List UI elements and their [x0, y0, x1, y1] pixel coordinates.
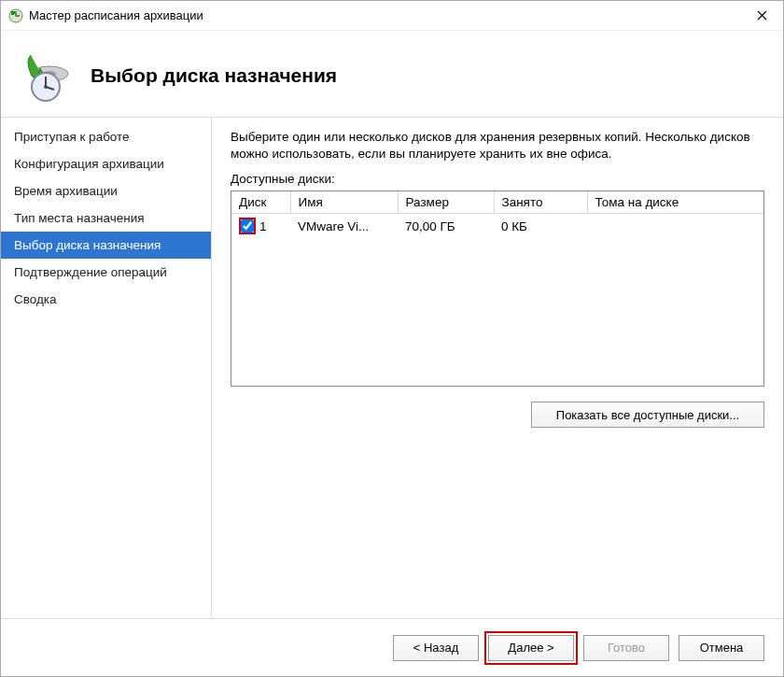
header: Выбор диска назначения: [1, 31, 783, 117]
cancel-button[interactable]: Отмена: [679, 635, 764, 661]
col-disk[interactable]: Диск: [231, 191, 290, 214]
disk-number: 1: [259, 219, 267, 233]
show-all-disks-button[interactable]: Показать все доступные диски...: [531, 402, 764, 428]
col-used[interactable]: Занято: [494, 191, 587, 214]
app-icon: [8, 8, 23, 23]
disk-used: 0 КБ: [494, 214, 587, 239]
available-disks-label: Доступные диски:: [231, 172, 764, 186]
sidebar: Приступая к работе Конфигурация архиваци…: [1, 118, 212, 618]
disk-volumes: [587, 214, 763, 239]
wizard-icon: [18, 48, 77, 104]
page-title: Выбор диска назначения: [91, 64, 337, 87]
col-name[interactable]: Имя: [290, 191, 398, 214]
sidebar-item-summary[interactable]: Сводка: [1, 286, 211, 313]
sidebar-item-confirmation[interactable]: Подтверждение операций: [1, 259, 211, 286]
disk-name: VMware Vi...: [290, 214, 398, 239]
table-row[interactable]: 1 VMware Vi... 70,00 ГБ 0 КБ: [231, 214, 763, 239]
wizard-window: Мастер расписания архивации Выбор диска …: [0, 0, 784, 677]
next-button[interactable]: Далее >: [488, 635, 574, 661]
disk-checkbox[interactable]: [241, 219, 254, 233]
sidebar-item-backup-config[interactable]: Конфигурация архивации: [1, 150, 211, 177]
main-panel: Выберите один или несколько дисков для х…: [212, 118, 783, 618]
disks-table: Диск Имя Размер Занято Тома на диске: [231, 190, 764, 387]
footer: < Назад Далее > Готово Отмена: [1, 618, 783, 676]
table-header-row: Диск Имя Размер Занято Тома на диске: [231, 191, 763, 214]
disk-checkbox-highlight: [239, 218, 256, 234]
sidebar-item-getting-started[interactable]: Приступая к работе: [1, 123, 211, 150]
col-volumes[interactable]: Тома на диске: [587, 191, 763, 214]
back-button[interactable]: < Назад: [393, 635, 479, 661]
sidebar-item-backup-time[interactable]: Время архивации: [1, 177, 211, 205]
instructions-text: Выберите один или несколько дисков для х…: [231, 129, 764, 162]
disk-size: 70,00 ГБ: [398, 214, 494, 239]
sidebar-item-destination-type[interactable]: Тип места назначения: [1, 205, 211, 232]
window-title: Мастер расписания архивации: [29, 8, 740, 22]
close-button[interactable]: [740, 1, 783, 31]
sidebar-item-destination-disk[interactable]: Выбор диска назначения: [1, 232, 211, 259]
finish-button: Готово: [583, 635, 669, 661]
titlebar: Мастер расписания архивации: [1, 1, 783, 31]
col-size[interactable]: Размер: [398, 191, 494, 214]
